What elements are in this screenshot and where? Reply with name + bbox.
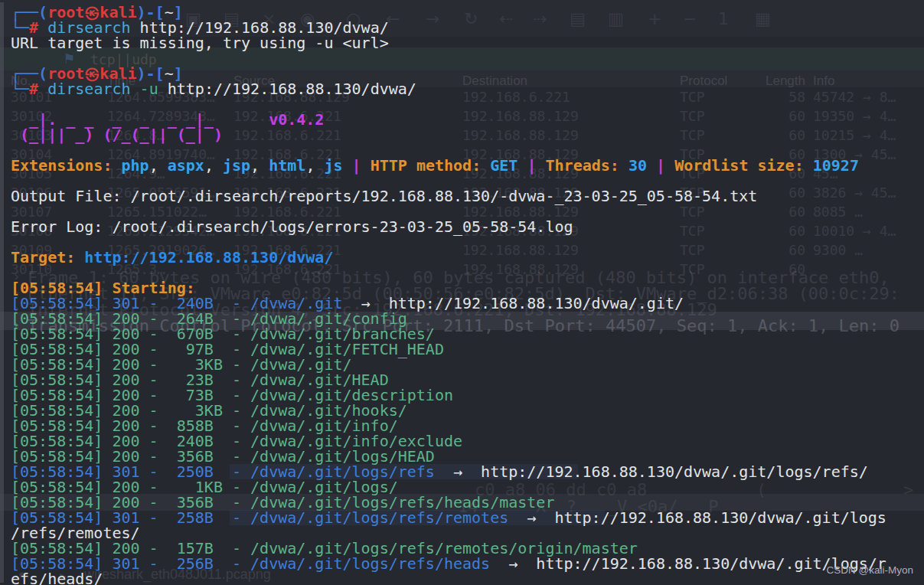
terminal-line: [05:58:54] 200 - 23B - /dvwa/.git/HEAD (11, 372, 924, 387)
terminal-line: Extensions: php, aspx, jsp, html, js | H… (11, 158, 924, 173)
terminal-text: HTTP method: (371, 156, 491, 175)
terminal-text: Output File: /root/.dirsearch/reports/19… (11, 187, 757, 205)
terminal-line (11, 265, 924, 280)
terminal-line: [05:58:54] 301 - 240B - /dvwa/.git → htt… (11, 296, 924, 311)
terminal-text: , (149, 156, 168, 175)
terminal-line (11, 96, 924, 112)
terminal-text: Error Log: /root/.dirsearch/logs/errors-… (11, 217, 573, 236)
terminal-line: (_||| _) (/_(_|| (_| ) (11, 127, 924, 142)
terminal-text: 30 (629, 156, 647, 175)
terminal-line: efs/heads/ (11, 571, 924, 585)
terminal-text: Extensions: (11, 156, 122, 175)
terminal-line: [05:58:54] Starting: (11, 280, 924, 296)
terminal-text (647, 156, 656, 175)
terminal-text: # (29, 80, 47, 98)
terminal-text: Wordlist size: (674, 156, 813, 175)
terminal-text: http://192.168.88.130/dvwa/ (158, 80, 416, 98)
terminal-line: └─# dirsearch -u http://192.168.88.130/d… (11, 81, 924, 96)
terminal-text (518, 156, 527, 175)
terminal-line (11, 234, 924, 250)
terminal-text: http://192.168.88.130/dvwa/ (84, 248, 333, 266)
terminal-line: [05:58:54] 200 - 3KB - /dvwa/.git/hooks/ (11, 403, 924, 418)
terminal-text: php (122, 156, 149, 175)
terminal-line: [05:58:54] 200 - 73B - /dvwa/.git/descri… (11, 387, 924, 403)
terminal-line: [05:58:54] 200 - 3KB - /dvwa/.git/ (11, 357, 924, 372)
terminal-text: Target: (11, 248, 84, 266)
terminal-text: GET (490, 156, 518, 175)
terminal-text: | (527, 156, 536, 175)
terminal-line: /refs/remotes/ (11, 525, 924, 541)
terminal-text: , (250, 156, 269, 175)
terminal-line: [05:58:54] 200 - 97B - /dvwa/.git/FETCH_… (11, 342, 924, 357)
terminal-line (11, 142, 924, 158)
terminal-text: → http://192.168.88.130/dvwa/.git/logs (508, 508, 886, 527)
terminal-line: [05:58:54] 200 - 858B - /dvwa/.git/info/ (11, 418, 924, 433)
terminal-text: efs/heads/ (11, 570, 103, 585)
terminal-line: [05:58:54] 200 - 240B - /dvwa/.git/info/… (11, 433, 924, 449)
terminal-text: dirsearch (47, 80, 130, 98)
terminal-line (11, 51, 924, 66)
terminal-text: v0.4.2 (269, 110, 324, 129)
terminal-text (536, 156, 545, 175)
terminal-line: URL target is missing, try using -u <url… (11, 35, 924, 51)
terminal-text: -u (140, 80, 158, 98)
terminal-line: [05:58:54] 301 - 250B - /dvwa/.git/logs/… (11, 464, 924, 479)
terminal-line: Output File: /root/.dirsearch/reports/19… (11, 188, 924, 204)
terminal-text: | (656, 156, 665, 175)
terminal-line: [05:58:54] 200 - 157B - /dvwa/.git/logs/… (11, 541, 924, 556)
terminal-text: Threads: (546, 156, 629, 175)
watermark: CSDN @kali-Myon (827, 564, 913, 576)
terminal-text: | (352, 156, 361, 175)
terminal-text: └─ (11, 80, 29, 98)
terminal-line: Error Log: /root/.dirsearch/logs/errors-… (11, 219, 924, 234)
terminal-text (131, 80, 140, 98)
terminal-line: [05:58:54] 200 - 356B - /dvwa/.git/logs/… (11, 449, 924, 464)
terminal-text: html (269, 156, 305, 175)
terminal-line: └─# dirsearch http://192.168.88.130/dvwa… (11, 20, 924, 35)
window-edge (0, 2, 4, 583)
terminal-line: [05:58:54] 200 - 356B - /dvwa/.git/logs/… (11, 495, 924, 510)
terminal-line: [05:58:54] 200 - 264B - /dvwa/.git/confi… (11, 311, 924, 326)
terminal-line (11, 173, 924, 188)
terminal-line: _|. _ _ _ _ _ _|_ v0.4.2 (11, 112, 924, 127)
terminal-text: , (305, 156, 324, 175)
terminal[interactable]: ┌──(root㉿kali)-[~]└─# dirsearch http://1… (0, 0, 924, 585)
terminal-line: [05:58:54] 301 - 256B - /dvwa/.git/logs/… (11, 556, 924, 571)
terminal-text: js (324, 156, 342, 175)
terminal-text: 10927 (813, 156, 859, 175)
kali-desktop-screen: ⚑ tcp||udp wireshark_eth048J011.pcapng ●… (0, 0, 924, 585)
terminal-text (343, 156, 352, 175)
terminal-text: URL target is missing, try using -u <url… (11, 34, 389, 52)
terminal-line: ┌──(root㉿kali)-[~] (11, 5, 924, 20)
terminal-line: [05:58:54] 200 - 670B - /dvwa/.git/branc… (11, 326, 924, 342)
terminal-text: (_||| _) (/_(_|| (_| ) (11, 126, 223, 144)
terminal-text: , (204, 156, 223, 175)
terminal-line: Target: http://192.168.88.130/dvwa/ (11, 250, 924, 265)
terminal-text: → http://192.168.88.130/dvwa/.git/logs/r… (435, 462, 868, 481)
terminal-line (11, 204, 924, 219)
terminal-line: ┌──(root㉿kali)-[~] (11, 66, 924, 81)
terminal-text: aspx (168, 156, 204, 175)
terminal-line: [05:58:54] 200 - 1KB - /dvwa/.git/logs/ (11, 479, 924, 495)
terminal-line: [05:58:54] 301 - 258B - /dvwa/.git/logs/… (11, 510, 924, 525)
terminal-text (361, 156, 371, 175)
terminal-text (665, 156, 674, 175)
terminal-text: jsp (223, 156, 250, 175)
